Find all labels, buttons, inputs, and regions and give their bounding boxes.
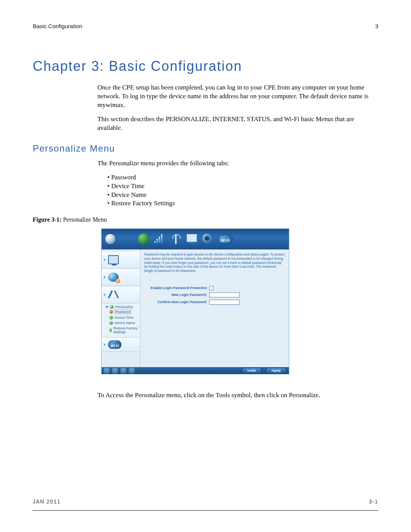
chevron-right-icon — [104, 293, 106, 296]
chevron-down-icon — [105, 306, 108, 308]
ui-bottom-bar: Undo Apply — [102, 367, 289, 374]
nav-tools[interactable] — [102, 286, 140, 304]
refresh-icon[interactable] — [121, 368, 126, 373]
intro-paragraph-1: Once the CPE setup has been completed, y… — [97, 83, 378, 110]
nav-personalize-label: Personalize — [115, 305, 133, 309]
globe-gear-icon — [108, 273, 119, 282]
enable-password-checkbox[interactable] — [209, 286, 213, 290]
tab-item: Password — [107, 173, 378, 182]
nav-item-label: Restore Factory Settings — [113, 326, 139, 334]
tab-item: Device Name — [107, 191, 378, 200]
ui-main-panel: Password may be required to gain access … — [140, 249, 289, 367]
chevron-right-icon — [104, 258, 106, 261]
nav-item-device-time[interactable]: Device Time — [105, 315, 139, 320]
chevron-right-icon — [104, 276, 106, 279]
dot-icon — [109, 316, 113, 320]
figure-caption-bold: Figure 3-1: — [33, 216, 62, 223]
confirm-password-row: Confirm New Login Password: — [144, 300, 285, 305]
figure-caption-text: Personalize Menu — [62, 216, 107, 223]
nav-personalize[interactable]: Personalize — [105, 305, 139, 309]
section-title-personalize: Personalize Menu — [33, 143, 378, 154]
password-help-text: Password may be required to gain access … — [144, 252, 285, 273]
running-header-right: 3 — [375, 23, 378, 29]
signal-bars-icon[interactable] — [154, 233, 166, 245]
tab-item: Restore Factory Settings — [107, 199, 378, 208]
footer-page: 3-1 — [369, 498, 378, 505]
ui-topbar: ⌒ Wi Fi — [102, 229, 289, 249]
tools-icon — [108, 290, 119, 299]
tabs-list: Password Device Time Device Name Restore… — [107, 173, 378, 208]
dot-icon — [109, 321, 113, 325]
confirm-password-label: Confirm New Login Password: — [144, 300, 207, 304]
nav-item-device-name[interactable]: Device Name — [105, 320, 139, 326]
nav-personalize-group: Personalize Password Device Time De — [102, 304, 140, 337]
nav-item-label: Device Name — [115, 321, 135, 325]
dot-icon — [109, 310, 113, 314]
new-password-input[interactable] — [209, 292, 240, 297]
footer-rule — [33, 510, 378, 511]
refresh-pin-icon[interactable] — [129, 368, 134, 373]
expand-icon[interactable] — [104, 368, 109, 373]
nav-item-restore-factory[interactable]: Restore Factory Settings — [105, 326, 139, 335]
tab-item: Device Time — [107, 182, 378, 191]
nav-item-password[interactable]: Password — [105, 309, 139, 315]
tool-icon[interactable] — [112, 368, 118, 373]
bottom-bar-buttons: Undo Apply — [242, 367, 287, 374]
topbar-icons: ⌒ Wi Fi — [138, 233, 233, 245]
wifi-icon: ⌒ Wi Fi — [108, 340, 121, 349]
footer-date: JAN 2011 — [33, 498, 61, 505]
new-password-label: New Login Password: — [144, 293, 207, 297]
nav-wifi[interactable]: ⌒ Wi Fi — [102, 337, 140, 352]
confirm-password-input[interactable] — [209, 300, 240, 305]
monitor-icon[interactable] — [186, 233, 198, 245]
chevron-right-icon — [104, 343, 106, 346]
nav-item-label: Password — [115, 310, 131, 314]
enable-password-row: Enable Login Password Protection — [144, 286, 285, 290]
running-header-left: Basic Configuration — [33, 23, 82, 29]
new-password-row: New Login Password: — [144, 292, 285, 297]
enable-password-label: Enable Login Password Protection — [144, 286, 207, 290]
bottom-bar-tools — [104, 368, 134, 373]
ui-left-nav: Personalize Password Device Time De — [102, 249, 140, 367]
chapter-title: Chapter 3: Basic Configuration — [33, 58, 378, 74]
nav-status[interactable] — [102, 251, 140, 268]
monitor-icon — [108, 255, 119, 264]
gear-icon[interactable] — [202, 233, 213, 245]
antenna-icon[interactable] — [170, 233, 182, 245]
tabs-intro: The Personalize menu provides the follow… — [97, 159, 378, 168]
nav-internet[interactable] — [102, 268, 140, 286]
nav-item-label: Device Time — [115, 316, 134, 320]
wifi-label: Wi Fi — [221, 238, 230, 243]
figure-personalize-menu: ⌒ Wi Fi — [101, 228, 289, 374]
figure-caption: Figure 3-1: Personalize Menu — [33, 216, 378, 223]
globe-icon[interactable] — [138, 233, 150, 245]
motorola-logo-icon — [105, 233, 116, 245]
undo-button[interactable]: Undo — [242, 367, 262, 374]
after-figure-text: To Access the Personalize menu, click on… — [97, 391, 378, 400]
globe-dot-icon — [110, 305, 114, 309]
wifi-icon[interactable]: ⌒ Wi Fi — [218, 235, 233, 244]
dot-icon — [109, 328, 112, 332]
nav-wifi-label: Wi Fi — [111, 344, 119, 348]
apply-button[interactable]: Apply — [266, 367, 287, 374]
intro-paragraph-2: This section describes the PERSONALIZE, … — [97, 115, 378, 133]
